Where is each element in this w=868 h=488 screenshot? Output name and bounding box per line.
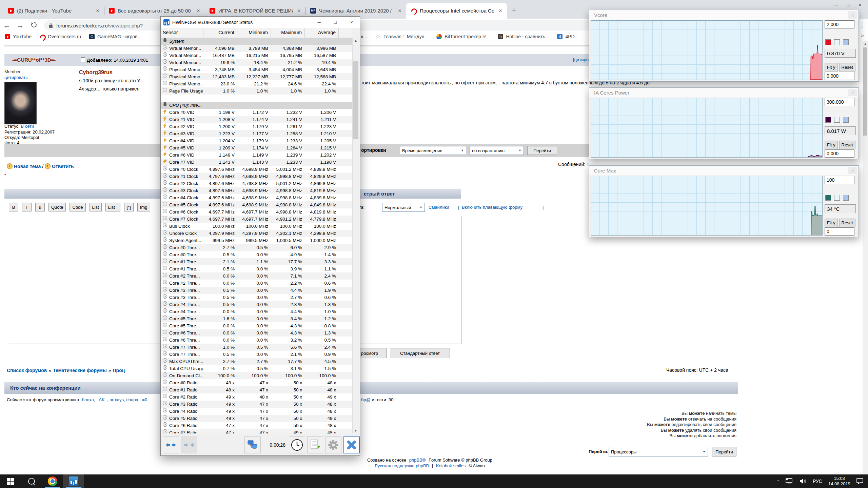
bbcode-button-i[interactable]: i xyxy=(22,203,32,211)
color-swatch[interactable] xyxy=(825,39,831,45)
sensor-row[interactable]: Core #2 Thre...0.0 %0.0 %2.2 %0.6 % xyxy=(161,280,352,287)
sensor-row[interactable]: Core #6 Thre...0.0 %0.0 %4.3 %1.3 % xyxy=(161,329,352,337)
sensor-row[interactable]: Total CPU Usage0.7 %0.5 %3.1 %1.5 % xyxy=(161,365,352,372)
link[interactable]: phpBB® xyxy=(409,458,426,463)
graph-close-icon[interactable]: x xyxy=(848,167,857,174)
graph-min-input[interactable] xyxy=(825,227,854,236)
bookmark-item[interactable]: 4PD... xyxy=(557,34,578,39)
volume-icon[interactable] xyxy=(799,478,807,484)
sensor-row[interactable]: On-Demand Cl...100.0 %100.0 %100.0 %100.… xyxy=(161,372,352,379)
bookmark-item[interactable]: Overclockers.ru xyxy=(40,34,81,39)
bookmark-item[interactable]: GameMAG - игров... xyxy=(89,34,141,39)
hwinfo-scroll-thumb[interactable] xyxy=(353,61,358,139)
sensor-row[interactable]: Core #3 Clock4,897.6 MHz4,698.9 MHz4,998… xyxy=(161,187,352,194)
graph-color-swatches[interactable] xyxy=(825,117,849,123)
sensor-section-row[interactable]: CPU [#0]: Inte... xyxy=(161,102,352,109)
sensor-row[interactable]: Core #0 VID1.199 V1.172 V1.232 V1.206 V xyxy=(161,109,352,116)
whois-users[interactable]: блоха, _AK_, artxays, chapa, -=0 xyxy=(82,397,147,402)
sensor-row[interactable]: Core #1 VID1.208 V1.174 V1.241 V1.211 V xyxy=(161,116,352,123)
graph-titlebar[interactable]: IA Cores Powerx xyxy=(589,88,859,97)
bbcode-button-list[interactable]: List xyxy=(90,203,102,211)
bookmark-item[interactable]: YouTube xyxy=(5,34,32,39)
hwinfo-scroll-up-icon[interactable]: ▲ xyxy=(353,38,359,43)
sensor-row[interactable]: Core #1 Ratio48 x47 x50 x48 x xyxy=(161,386,352,393)
tab-close-icon[interactable]: × xyxy=(397,8,403,14)
link[interactable]: Список форумов xyxy=(7,368,47,373)
sensor-row[interactable]: Core #5 Clock4,897.6 MHz4,698.9 MHz4,998… xyxy=(161,201,352,208)
sensor-row[interactable]: Core #4 Clock4,897.6 MHz4,698.9 MHz4,998… xyxy=(161,194,352,201)
sensor-row[interactable]: Core #3 Thre...0.5 %0.0 %4.4 %1.9 % xyxy=(161,287,352,294)
language-indicator[interactable]: РУС xyxy=(813,479,822,484)
post-author[interactable]: Cyborg39rus xyxy=(79,69,113,76)
graph-max-input[interactable] xyxy=(825,176,854,184)
jump-select[interactable]: Процессоры▼ xyxy=(609,447,708,456)
hwinfo-minimize-icon[interactable]: ─ xyxy=(311,17,327,28)
taskbar-hwinfo-icon[interactable] xyxy=(63,474,84,488)
fit-y-button[interactable]: Fit y xyxy=(825,63,838,72)
color-swatch[interactable] xyxy=(834,195,840,201)
link[interactable]: Проц xyxy=(113,368,125,373)
reload-icon[interactable] xyxy=(27,21,41,29)
sensor-row[interactable]: System Agent ...999.5 MHz999.5 MHz1,000.… xyxy=(161,237,352,244)
hwinfo-maximize-icon[interactable]: □ xyxy=(327,17,343,28)
floating-form-link[interactable]: Включить плавающую форму xyxy=(462,205,522,210)
reset-button[interactable]: Reset xyxy=(839,219,855,227)
browser-window-controls[interactable]: ─ □ ✕ xyxy=(835,0,865,9)
network-icon[interactable] xyxy=(786,478,793,484)
hwinfo-titlebar[interactable]: HWiNFO64 v6.08-3830 Sensor Status ─ □ × xyxy=(161,17,360,28)
browser-tab[interactable]: Процессоры Intel семейства Co× xyxy=(406,3,507,19)
bbcode-button-b[interactable]: B xyxy=(9,203,18,211)
bbcode-button-[interactable]: [*] xyxy=(124,203,134,211)
sensor-row[interactable]: Virtual Memor...4,096 MB3,788 MB4,368 MB… xyxy=(161,45,352,52)
graph-titlebar[interactable]: Vcorex xyxy=(589,10,859,20)
sensor-row[interactable]: Core #6 Clock4,697.7 MHz4,697.7 MHz4,998… xyxy=(161,208,352,216)
sensor-row[interactable]: Core #5 VID1.209 V1.174 V1.264 V1.215 V xyxy=(161,144,352,151)
link[interactable]: Тематические форумы xyxy=(53,368,107,373)
url-text[interactable]: forums.overclockers.ru/viewtopic.php? xyxy=(56,23,143,28)
tab-close-icon[interactable]: × xyxy=(497,8,504,14)
forward-icon[interactable]: → xyxy=(14,21,27,29)
sensor-row[interactable]: Core #6 Thre...0.0 %0.0 %3.2 %0.5 % xyxy=(161,337,352,344)
scroll-thumb[interactable] xyxy=(863,47,867,136)
sensor-row[interactable]: Core #2 Thre...0.0 %0.0 %7.1 %2.4 % xyxy=(161,272,352,280)
sensor-row[interactable]: Bus Clock100.0 MHz100.0 MHz100.0 MHz100.… xyxy=(161,223,352,230)
fit-y-button[interactable]: Fit y xyxy=(825,141,838,149)
color-swatch[interactable] xyxy=(843,117,849,123)
logging-button[interactable] xyxy=(307,436,323,453)
graph-min-input[interactable] xyxy=(825,149,854,158)
tab-close-icon[interactable]: × xyxy=(296,8,302,14)
color-swatch[interactable] xyxy=(825,195,831,201)
color-swatch[interactable] xyxy=(843,195,849,201)
jump-go-button[interactable]: Перейти xyxy=(712,447,736,456)
browser-maximize-icon[interactable]: □ xyxy=(847,2,849,7)
graph-close-icon[interactable]: x xyxy=(848,89,857,96)
new-tab-button[interactable]: + xyxy=(509,5,519,16)
search-icon[interactable] xyxy=(21,474,42,488)
color-swatch[interactable] xyxy=(834,39,840,45)
sensor-row[interactable]: Page File Usage1.0 %1.0 %1.0 %1.0 % xyxy=(161,87,352,95)
sensor-row[interactable]: Core #0 Thre...2.7 %0.5 %6.0 %2.9 % xyxy=(161,244,352,251)
quote-link[interactable]: цитировать xyxy=(4,75,28,80)
taskbar-clock[interactable]: 15:03 14.08.2019 xyxy=(828,476,850,487)
bbcode-button-list[interactable]: List= xyxy=(105,203,120,211)
color-swatch[interactable] xyxy=(825,117,831,123)
color-swatch[interactable] xyxy=(843,39,849,45)
sensor-row[interactable]: Core #5 Ratio49 x47 x50 x49 x xyxy=(161,415,352,422)
tab-close-icon[interactable]: × xyxy=(95,8,101,14)
breadcrumb[interactable]: Список форумов»Тематические форумы»Проц xyxy=(7,368,126,373)
browser-menu-icon[interactable]: ⋮ xyxy=(859,21,865,29)
sensor-row[interactable]: Core #5 Thre...1.6 %0.0 %3.4 %1.2 % xyxy=(161,315,352,322)
sensor-row[interactable]: Physical Memo...12,483 MB12,227 MB12,777… xyxy=(161,73,352,80)
sensor-row[interactable]: Core #0 Thre...0.5 %0.0 %4.9 %1.4 % xyxy=(161,251,352,258)
sensor-row[interactable]: Core #4 Thre...0.0 %0.0 %4.4 %1.0 % xyxy=(161,308,352,315)
page-scrollbar[interactable]: ▲ xyxy=(863,41,868,474)
reset-button[interactable]: Reset xyxy=(839,141,855,149)
sort-go-button[interactable]: Перейти xyxy=(527,146,557,155)
browser-close-icon[interactable]: ✕ xyxy=(858,2,862,7)
hwinfo-scroll-down-icon[interactable]: ▼ xyxy=(353,428,359,433)
bookmark-item[interactable]: BitTorrent трекер R... xyxy=(436,34,490,39)
sensor-row[interactable]: Core #3 Ratio49 x47 x50 x48 x xyxy=(161,401,352,408)
sensor-row[interactable]: Core #2 Ratio49 x48 x50 x49 x xyxy=(161,393,352,401)
bbcode-button-quote[interactable]: Quote xyxy=(48,203,66,211)
bbcode-button-img[interactable]: Img xyxy=(137,203,150,211)
